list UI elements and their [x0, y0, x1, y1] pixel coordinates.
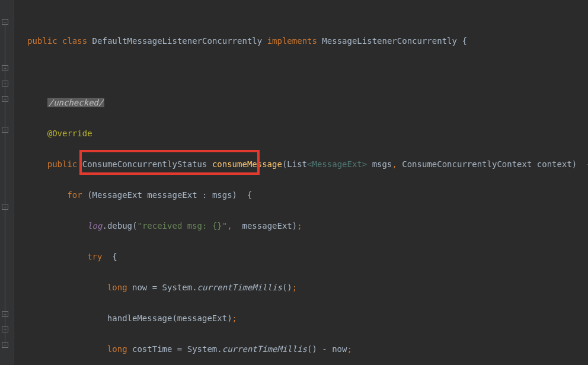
fold-toggle-icon[interactable]: − — [2, 96, 8, 102]
code-line: long now = System.currentTimeMillis(); — [27, 280, 588, 295]
code-line: public class DefaultMessageListenerConcu… — [27, 33, 588, 49]
fold-toggle-icon[interactable]: − — [2, 65, 8, 71]
suppressed-comment: /unchecked/ — [47, 98, 105, 107]
code-line: try { — [27, 249, 588, 264]
fold-toggle-icon[interactable]: − — [2, 127, 8, 133]
code-line — [27, 64, 588, 79]
fold-toggle-icon[interactable]: − — [2, 81, 8, 87]
code-line: public ConsumeConcurrentlyStatus consume… — [27, 156, 588, 172]
editor-gutter: − − − − − − − − − — [0, 0, 14, 365]
code-line: handleMessage(messageExt); — [27, 310, 588, 326]
code-line: long costTime = System.currentTimeMillis… — [27, 341, 588, 357]
code-editor[interactable]: public class DefaultMessageListenerConcu… — [14, 0, 588, 365]
fold-toggle-icon[interactable]: − — [2, 311, 8, 317]
fold-toggle-icon[interactable]: − — [2, 342, 8, 348]
fold-guide — [5, 25, 5, 345]
fold-toggle-icon[interactable]: − — [2, 326, 8, 332]
fold-toggle-icon[interactable]: − — [2, 204, 8, 210]
code-line: /unchecked/ — [27, 95, 588, 110]
code-line: log.debug("received msg: {}", messageExt… — [27, 218, 588, 233]
code-line: for (MessageExt messageExt : msgs) { — [27, 187, 588, 203]
code-line: @Override — [27, 126, 588, 141]
fold-toggle-icon[interactable]: − — [2, 19, 8, 25]
